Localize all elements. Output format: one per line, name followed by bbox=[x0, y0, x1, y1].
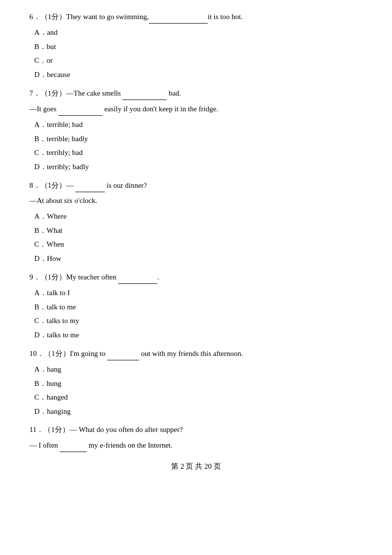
question-6: 6．（1分）They want to go swimming, it is to… bbox=[29, 10, 363, 81]
q9-option-b[interactable]: B．talk to me bbox=[29, 300, 363, 314]
q8-line2: —At about six o'clock. bbox=[29, 194, 363, 207]
q7-line2: —It goes easily if you don't keep it in … bbox=[29, 102, 363, 116]
q10-option-d[interactable]: D．hanging bbox=[29, 404, 363, 419]
q9-title: 9．（1分）My teacher often . bbox=[29, 270, 363, 284]
q10-option-a[interactable]: A．hang bbox=[29, 362, 363, 377]
q6-option-a[interactable]: A．and bbox=[29, 25, 363, 40]
question-9: 9．（1分）My teacher often . A．talk to I B．t… bbox=[29, 270, 363, 342]
q7-line1-after: bad. bbox=[167, 89, 181, 97]
q6-text-after: it is too hot. bbox=[208, 13, 243, 21]
q11-blank bbox=[60, 438, 87, 452]
question-10: 10．（1分）I'm going to out with my friends … bbox=[29, 347, 363, 418]
question-11: 11．（1分）— What do you often do after supp… bbox=[29, 423, 363, 452]
q7-option-b[interactable]: B．terrible; badly bbox=[29, 132, 363, 146]
q6-option-d[interactable]: D．because bbox=[29, 68, 363, 82]
q6-option-b[interactable]: B．but bbox=[29, 40, 363, 54]
q10-option-c[interactable]: C．hanged bbox=[29, 390, 363, 404]
q9-option-c[interactable]: C．talks to my bbox=[29, 314, 363, 328]
q6-title: 6．（1分）They want to go swimming, it is to… bbox=[29, 10, 363, 24]
q9-option-d[interactable]: D．talks to me bbox=[29, 328, 363, 342]
q6-text-before: They want to go swimming, bbox=[66, 13, 149, 21]
q7-option-a[interactable]: A．terrible; bad bbox=[29, 118, 363, 132]
q8-title: 8．（1分）— is our dinner? bbox=[29, 178, 363, 192]
q8-blank bbox=[75, 178, 105, 192]
q7-line1-before: —The cake smells bbox=[66, 89, 122, 97]
footer-text: 第 2 页 共 20 页 bbox=[171, 462, 220, 470]
q10-number: 10． bbox=[29, 350, 44, 357]
q9-number: 9． bbox=[29, 273, 41, 281]
q9-mark: （1分） bbox=[41, 273, 67, 281]
q7-number: 7． bbox=[29, 89, 41, 97]
q6-mark: （1分） bbox=[41, 13, 67, 21]
q7-option-c[interactable]: C．terribly; bad bbox=[29, 146, 363, 160]
q10-blank bbox=[107, 347, 139, 360]
q10-title: 10．（1分）I'm going to out with my friends … bbox=[29, 347, 363, 360]
q10-mark: （1分） bbox=[44, 350, 70, 357]
q11-title: 11．（1分）— What do you often do after supp… bbox=[29, 423, 363, 436]
q8-option-c[interactable]: C．When bbox=[29, 237, 363, 252]
q9-blank bbox=[118, 270, 157, 284]
q7-blank2 bbox=[58, 102, 102, 116]
q8-mark: （1分） bbox=[41, 181, 67, 189]
q11-number: 11． bbox=[29, 426, 44, 433]
q11-mark: （1分） bbox=[44, 426, 70, 433]
question-7: 7．（1分）—The cake smells bad. —It goes eas… bbox=[29, 86, 363, 174]
q8-number: 8． bbox=[29, 181, 41, 189]
q7-option-d[interactable]: D．terribly; badly bbox=[29, 160, 363, 174]
q8-option-d[interactable]: D．How bbox=[29, 252, 363, 266]
q6-option-c[interactable]: C．or bbox=[29, 53, 363, 68]
q7-blank1 bbox=[122, 86, 167, 100]
q10-option-b[interactable]: B．hung bbox=[29, 377, 363, 391]
question-8: 8．（1分）— is our dinner? —At about six o'c… bbox=[29, 178, 363, 265]
q6-blank bbox=[149, 10, 208, 24]
q8-option-a[interactable]: A．Where bbox=[29, 209, 363, 224]
q7-mark: （1分） bbox=[41, 89, 67, 97]
q11-line2: — I often my e-friends on the Internet. bbox=[29, 438, 363, 452]
page-footer: 第 2 页 共 20 页 bbox=[29, 462, 363, 471]
q6-number: 6． bbox=[29, 13, 41, 21]
q8-option-b[interactable]: B．What bbox=[29, 224, 363, 238]
q7-title: 7．（1分）—The cake smells bad. bbox=[29, 86, 363, 100]
q9-option-a[interactable]: A．talk to I bbox=[29, 286, 363, 300]
